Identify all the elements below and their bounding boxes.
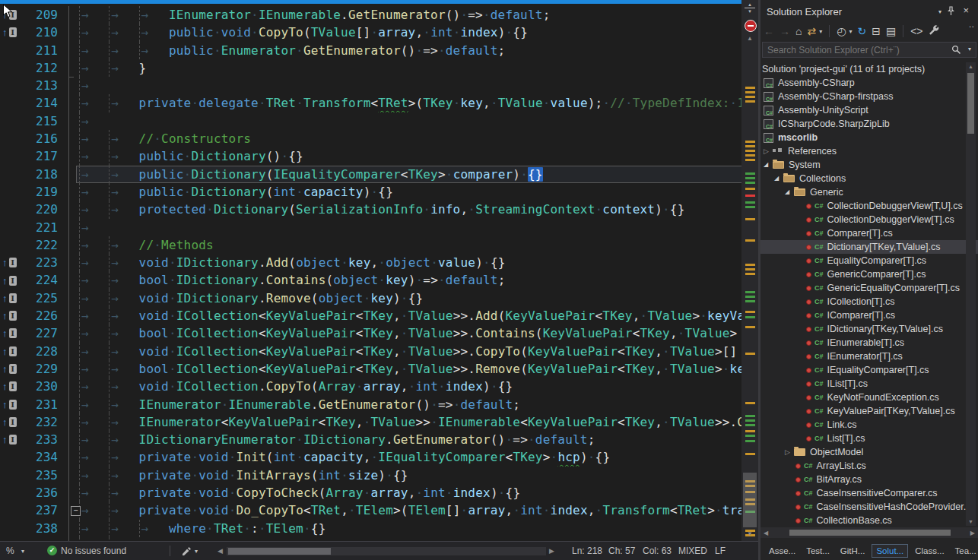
code-line[interactable]: ↑I223→→void·IDictionary.Add(object·key,·… — [0, 254, 758, 271]
tree-item-solution-project-gui-11-of-11-projects[interactable]: Solution 'project-gui' (11 of 11 project… — [760, 62, 978, 76]
sync-with-active-document-dropdown-icon[interactable]: ▾ — [819, 28, 822, 35]
code-line[interactable]: 216→→//·Constructors — [0, 130, 758, 147]
code-line[interactable]: ↑I210→→→public·void·CopyTo(TValue[]·arra… — [0, 24, 758, 41]
pending-changes-filter-icon[interactable]: ◴ — [837, 25, 846, 37]
tree-item-icollection-t-cs[interactable]: C#ICollection[T].cs — [760, 295, 978, 308]
hscroll-left-arrow-icon[interactable]: ◀ — [218, 547, 223, 555]
gutter[interactable]: ↑I225 — [0, 289, 76, 307]
gutter[interactable]: 215 — [0, 112, 76, 130]
tree-vertical-scrollbar[interactable]: ▲ ▼ — [966, 62, 976, 526]
code-text[interactable]: →→→public·void·CopyTo(TValue[]·array,·in… — [76, 24, 758, 41]
code-line[interactable]: 219→→public·Dictionary(int·capacity)·{} — [0, 183, 758, 201]
code-text[interactable]: →→//·Constructors — [76, 130, 758, 147]
gutter[interactable]: 221 — [0, 219, 76, 236]
tree-item-ienumerator-t-cs[interactable]: C#IEnumerator[T].cs — [760, 350, 978, 363]
code-text[interactable]: →→private·void·Do_CopyTo<TRet,·TElem>(TE… — [76, 501, 758, 519]
code-line[interactable]: ↑I230→→void·ICollection.CopyTo(Array·arr… — [0, 378, 758, 395]
gutter[interactable]: ↑I224 — [0, 271, 76, 289]
code-line[interactable]: 234→→private·void·Init(int·capacity,·IEq… — [0, 448, 758, 466]
code-line[interactable]: 213→ — [0, 77, 758, 94]
gutter[interactable]: 222 — [0, 236, 76, 254]
search-input[interactable] — [762, 42, 976, 58]
gutter[interactable]: ↑I228 — [0, 343, 76, 360]
code-text[interactable]: →→IEnumerator<KeyValuePair<TKey,·TValue>… — [76, 413, 758, 431]
code-text[interactable]: →→bool·ICollection<KeyValuePair<TKey,·TV… — [76, 360, 758, 378]
code-text[interactable]: →→→public·Enumerator·GetEnumerator()·=>·… — [76, 42, 758, 59]
code-line[interactable]: 237−→→private·void·Do_CopyTo<TRet,·TElem… — [0, 501, 758, 519]
tree-item-arraylist-cs[interactable]: C#ArrayList.cs — [760, 459, 978, 473]
tree-item-link-cs[interactable]: C#Link.cs — [760, 418, 978, 432]
tree-item-collectionbase-cs[interactable]: C#CollectionBase.cs — [760, 514, 978, 527]
close-icon[interactable]: × — [963, 5, 969, 16]
collapse-all-icon[interactable]: ⊟ — [872, 25, 881, 37]
sync-with-active-document-icon[interactable]: ⇄ — [807, 25, 816, 37]
editor-vertical-scrollbar[interactable]: ▲▼ ▲ ▼ — [741, 0, 758, 541]
zoom-dropdown-icon[interactable]: ▾ — [21, 548, 24, 555]
gutter[interactable]: ↑I231 — [0, 396, 76, 413]
code-line[interactable]: ↑I224→→bool·IDictionary.Contains(object·… — [0, 271, 758, 289]
code-line[interactable]: 238→→→where·TRet·:·TElem·{} — [0, 520, 758, 537]
show-all-files-icon[interactable]: ▤ — [886, 25, 896, 37]
collapsed-arrow-icon[interactable]: ▷ — [785, 445, 794, 459]
code-line[interactable]: 218→→public·Dictionary(IEqualityComparer… — [0, 166, 758, 183]
code-line[interactable]: ↑I227→→bool·ICollection<KeyValuePair<TKe… — [0, 324, 758, 342]
code-line[interactable]: ↑I209→→→IEnumerator·IEnumerable.GetEnume… — [0, 6, 758, 24]
collapse-region-icon[interactable]: − — [71, 506, 81, 516]
tree-vscrollbar-thumb[interactable] — [967, 73, 974, 134]
tree-item-bitarray-cs[interactable]: C#BitArray.cs — [760, 473, 978, 486]
code-text[interactable]: → — [76, 77, 758, 94]
tree-item-collectiondebuggerview-t-u-cs[interactable]: C#CollectionDebuggerView[T,U].cs — [760, 199, 978, 213]
code-text[interactable]: →→→IEnumerator·IEnumerable.GetEnumerator… — [76, 6, 758, 24]
gutter[interactable]: 219 — [0, 183, 76, 201]
code-editor[interactable]: ↑I209→→→IEnumerator·IEnumerable.GetEnume… — [0, 0, 758, 541]
search-options-dropdown-icon[interactable]: ▾ — [968, 46, 971, 52]
code-text[interactable]: → — [76, 112, 758, 130]
tab-test[interactable]: Test... — [802, 545, 834, 557]
expanded-arrow-icon[interactable]: ◢ — [774, 172, 783, 185]
tree-item-objectmodel[interactable]: ▷ObjectModel — [760, 445, 978, 459]
tree-horizontal-scrollbar[interactable]: ◀ ▶ — [760, 527, 978, 538]
tree-item-dictionary-tkey-tvalue-cs[interactable]: C#Dictionary[TKey,TValue].cs — [760, 240, 978, 254]
code-line[interactable]: ↑I232→→IEnumerator<KeyValuePair<TKey,·TV… — [0, 413, 758, 431]
scroll-up-arrow-icon[interactable]: ▲ — [741, 35, 758, 42]
back-icon[interactable]: ← — [764, 25, 774, 37]
gutter[interactable]: ↑I233 — [0, 431, 76, 448]
pin-icon[interactable] — [947, 6, 955, 17]
gutter[interactable]: 218 — [0, 166, 76, 183]
tab-solut[interactable]: Solut... — [872, 544, 908, 558]
code-line[interactable]: 235→→private·void·InitArrays(int·size)·{… — [0, 467, 758, 484]
code-text[interactable]: →→} — [76, 59, 758, 77]
gutter[interactable]: 212 — [0, 59, 76, 77]
code-line[interactable]: ↑I231→→IEnumerator·IEnumerable.GetEnumer… — [0, 396, 758, 413]
code-text[interactable]: →→public·Dictionary(IEqualityComparer<TK… — [76, 166, 758, 183]
home-icon[interactable]: ⌂ — [795, 25, 802, 37]
refresh-icon[interactable]: ↻ — [857, 25, 866, 37]
tree-item-mscorlib[interactable]: C#mscorlib — [760, 131, 978, 144]
gutter[interactable]: ↑I223 — [0, 254, 76, 271]
code-text[interactable]: →→void·ICollection.CopyTo(Array·array,·i… — [76, 378, 758, 395]
forward-icon[interactable]: → — [780, 25, 790, 37]
code-text[interactable]: →→bool·IDictionary.Contains(object·key)·… — [76, 271, 758, 289]
code-line[interactable]: 211→→→public·Enumerator·GetEnumerator()·… — [0, 42, 758, 59]
gutter[interactable]: 213 — [0, 77, 76, 94]
code-text[interactable]: →→→where·TRet·:·TElem·{} — [76, 520, 758, 537]
code-text[interactable]: → — [76, 219, 758, 236]
pending-changes-filter-dropdown-icon[interactable]: ▾ — [849, 28, 852, 35]
code-cleanup-icon[interactable] — [181, 545, 192, 558]
code-text[interactable]: →→void·ICollection<KeyValuePair<TKey,·TV… — [76, 343, 758, 360]
tree-item-icomparer-t-cs[interactable]: C#IComparer[T].cs — [760, 308, 978, 322]
tree-scroll-up-icon[interactable]: ▲ — [966, 64, 976, 69]
tree-item-comparer-t-cs[interactable]: C#Comparer[T].cs — [760, 226, 978, 240]
tree-item-collectiondebuggerview-t-cs[interactable]: C#CollectionDebuggerView[T].cs — [760, 213, 978, 226]
tree-item-iequalitycomparer-t-cs[interactable]: C#IEqualityComparer[T].cs — [760, 363, 978, 377]
toolbar-overflow-icon[interactable]: ‥ — [969, 20, 974, 30]
tree-item-caseinsensitivecomparer-cs[interactable]: C#CaseInsensitiveComparer.cs — [760, 486, 978, 500]
tree-item-ienumerable-t-cs[interactable]: C#IEnumerable[T].cs — [760, 336, 978, 350]
code-line[interactable]: 222→→//·Methods — [0, 236, 758, 254]
tree-scroll-down-icon[interactable]: ▼ — [966, 519, 976, 524]
code-line[interactable]: ↑I228→→void·ICollection<KeyValuePair<TKe… — [0, 343, 758, 360]
gutter[interactable]: ↑I226 — [0, 307, 76, 324]
tree-item-ilist-t-cs[interactable]: C#IList[T].cs — [760, 377, 978, 391]
tree-scroll-left-icon[interactable]: ◀ — [764, 530, 768, 536]
tree-item-system[interactable]: ◢System — [760, 158, 978, 172]
